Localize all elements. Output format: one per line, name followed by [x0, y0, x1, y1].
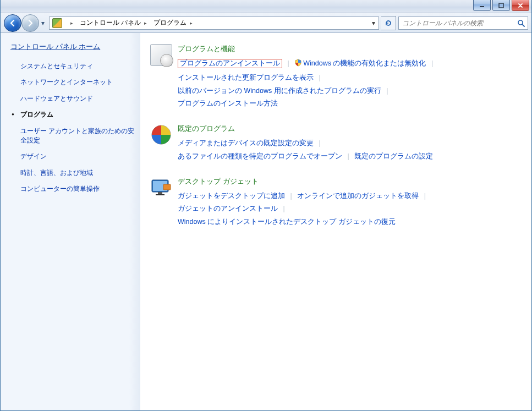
section-heading[interactable]: 既定のプログラム — [178, 124, 433, 134]
programs-features-icon — [150, 44, 172, 66]
back-button[interactable] — [4, 14, 21, 32]
svg-rect-1 — [499, 3, 503, 8]
sidebar-category-list: システムとセキュリティ ネットワークとインターネット ハードウェアとサウンド プ… — [10, 62, 136, 194]
link-uninstall-program[interactable]: プログラムのアンインストール — [178, 59, 282, 68]
window-titlebar — [1, 0, 531, 13]
sidebar-item-network-internet[interactable]: ネットワークとインターネット — [20, 78, 136, 87]
address-dropdown[interactable]: ▾ — [368, 17, 379, 29]
nav-history-dropdown[interactable]: ▾ — [39, 18, 47, 29]
nav-buttons: ▾ — [4, 14, 47, 32]
svg-rect-8 — [158, 192, 162, 194]
section-heading[interactable]: プログラムと機能 — [178, 44, 436, 54]
link-view-installed-updates[interactable]: インストールされた更新プログラムを表示 — [178, 74, 314, 81]
breadcrumb-level2-label: プログラム — [153, 18, 187, 28]
link-set-default-programs[interactable]: 既定のプログラムの設定 — [354, 152, 433, 160]
minimize-button[interactable] — [473, 0, 491, 11]
svg-rect-9 — [156, 194, 164, 195]
address-bar[interactable]: ▸ コントロール パネル▸ プログラム▸ ▾ — [49, 17, 379, 30]
sidebar-item-clock-language-region[interactable]: 時計、言語、および地域 — [20, 168, 136, 178]
svg-line-3 — [522, 24, 524, 26]
svg-rect-10 — [163, 184, 171, 190]
desktop-gadgets-icon — [150, 177, 172, 199]
svg-rect-0 — [480, 6, 484, 7]
sidebar: コントロール パネル ホーム システムとセキュリティ ネットワークとインターネッ… — [1, 33, 140, 410]
window-controls — [473, 0, 529, 11]
sidebar-item-user-accounts[interactable]: ユーザー アカウントと家族のための安全設定 — [20, 127, 136, 146]
nav-toolbar: ▾ ▸ コントロール パネル▸ プログラム▸ ▾ — [1, 13, 531, 33]
close-button[interactable] — [512, 0, 529, 11]
link-windows-features[interactable]: Windows の機能の有効化または無効化 — [303, 59, 426, 67]
sidebar-item-system-security[interactable]: システムとセキュリティ — [20, 62, 136, 71]
link-add-gadget[interactable]: ガジェットをデスクトップに追加 — [178, 192, 285, 200]
section-default-programs: 既定のプログラム メディアまたはデバイスの既定設定の変更 | あるファイルの種類… — [150, 124, 520, 163]
refresh-button[interactable] — [381, 16, 396, 30]
link-get-more-gadgets-online[interactable]: オンラインで追加のガジェットを取得 — [297, 192, 419, 200]
breadcrumb-level2[interactable]: プログラム▸ — [150, 17, 196, 29]
section-desktop-gadgets: デスクトップ ガジェット ガジェットをデスクトップに追加 | オンラインで追加の… — [150, 177, 520, 229]
sidebar-item-programs[interactable]: プログラム — [20, 110, 136, 119]
sidebar-item-ease-of-access[interactable]: コンピューターの簡単操作 — [20, 184, 136, 194]
sidebar-item-hardware-sound[interactable]: ハードウェアとサウンド — [20, 94, 136, 103]
maximize-button[interactable] — [492, 0, 510, 11]
sidebar-item-appearance[interactable]: デザイン — [20, 152, 136, 161]
uac-shield-icon — [294, 58, 302, 72]
content-area: プログラムと機能 プログラムのアンインストール | Windows の機能の有効… — [140, 33, 531, 410]
link-restore-windows-gadgets[interactable]: Windows によりインストールされたデスクトップ ガジェットの復元 — [178, 218, 396, 226]
link-how-to-install[interactable]: プログラムのインストール方法 — [178, 100, 278, 107]
breadcrumb-root[interactable]: ▸ — [64, 17, 76, 29]
default-programs-icon — [150, 124, 172, 146]
breadcrumb-level1[interactable]: コントロール パネル▸ — [76, 17, 150, 29]
link-change-autoplay[interactable]: メディアまたはデバイスの既定設定の変更 — [178, 139, 314, 147]
control-panel-icon — [52, 18, 62, 28]
window-body: コントロール パネル ホーム システムとセキュリティ ネットワークとインターネッ… — [1, 33, 531, 410]
link-run-programs-previous-windows[interactable]: 以前のバージョンの Windows 用に作成されたプログラムの実行 — [178, 87, 381, 95]
breadcrumb-level1-label: コントロール パネル — [80, 18, 141, 28]
control-panel-home-link[interactable]: コントロール パネル ホーム — [10, 42, 100, 52]
search-box[interactable] — [398, 17, 528, 30]
forward-button[interactable] — [21, 14, 39, 32]
search-input[interactable] — [401, 19, 517, 28]
search-icon[interactable] — [517, 19, 525, 28]
section-programs-features: プログラムと機能 プログラムのアンインストール | Windows の機能の有効… — [150, 44, 520, 111]
section-heading[interactable]: デスクトップ ガジェット — [178, 177, 429, 187]
link-uninstall-gadget[interactable]: ガジェットのアンインストール — [178, 205, 278, 212]
link-open-filetype-with-program[interactable]: あるファイルの種類を特定のプログラムでオープン — [178, 152, 342, 160]
